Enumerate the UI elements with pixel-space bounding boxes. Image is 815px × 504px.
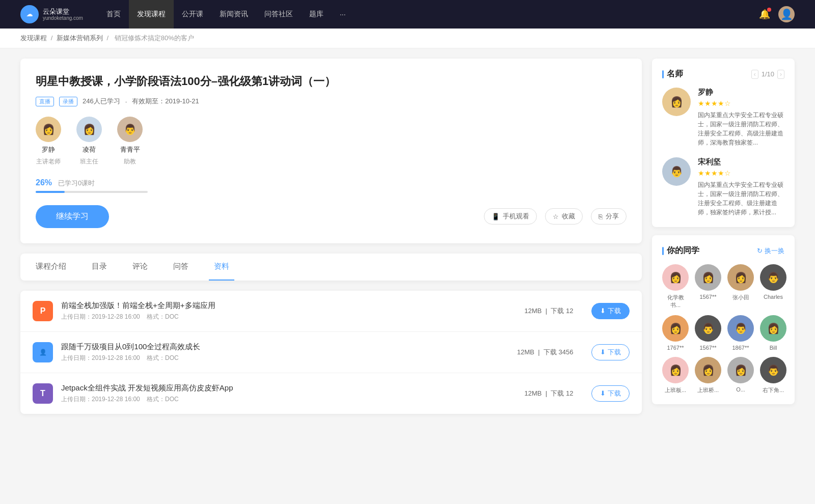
student-name-8: Bill (770, 345, 777, 351)
refresh-label: 换一换 (765, 246, 784, 256)
student-name-11: O... (736, 386, 745, 393)
student-10: 👩 上班桥... (695, 357, 721, 394)
teacher-page: 1/10 (762, 70, 774, 78)
resource-name-1: 前端全栈加强版！前端全栈+全周期+多端应用 (61, 301, 517, 311)
continue-button[interactable]: 继续学习 (36, 205, 109, 228)
resource-icon-2: 👤 (33, 342, 53, 362)
student-name-7: 1867** (732, 345, 749, 351)
breadcrumb-sep-1: / (51, 34, 55, 42)
mobile-watch-button[interactable]: 📱 手机观看 (484, 208, 537, 225)
nav-quiz[interactable]: 题库 (301, 0, 332, 29)
next-teacher-btn[interactable]: › (777, 70, 784, 79)
teacher-2: 👩 凌荷 班主任 (76, 117, 102, 166)
sidebar-teacher-info-2: 宋利坚 ★★★★☆ 国内某重点大学安全工程专业硕士，国家一级注册消防工程师、注册… (698, 157, 784, 217)
student-avatar-2: 👩 (695, 264, 721, 291)
nav-discover[interactable]: 发现课程 (129, 0, 174, 29)
student-avatar-5: 👩 (662, 315, 689, 342)
breadcrumb-sep-2: / (106, 34, 110, 42)
mobile-icon: 📱 (492, 213, 500, 220)
downloads-1: 下载 12 (551, 307, 573, 315)
nav-home[interactable]: 首页 (98, 0, 129, 29)
downloads-2: 下载 3456 (544, 348, 574, 356)
breadcrumb: 发现课程 / 新媒体营销系列 / 销冠修炼术搞定80%的客户 (0, 29, 815, 48)
teacher-1: 👩 罗静 主讲老师 (36, 117, 61, 166)
student-3: 👩 张小田 (727, 264, 754, 309)
downloads-3: 下载 12 (551, 389, 573, 397)
teachers-panel: 名师 ‹ 1/10 › 👩 罗静 ★★★★☆ 国内某重点大学安全工程专业硕士 (652, 59, 795, 227)
sidebar-teacher-1: 👩 罗静 ★★★★☆ 国内某重点大学安全工程专业硕士，国家一级注册消防工程师、注… (662, 88, 784, 147)
teacher-name-1: 罗静 (42, 145, 55, 154)
resource-meta-1: 上传日期：2019-12-28 16:00 格式：DOC (61, 313, 517, 321)
user-avatar[interactable]: 👤 (778, 6, 795, 22)
resource-info-2: 跟随千万级项目从0到100全过程高效成长 上传日期：2019-12-28 16:… (61, 342, 509, 362)
student-avatar-7: 👨 (727, 315, 754, 342)
tab-intro[interactable]: 课程介绍 (31, 254, 71, 281)
refresh-icon: ↻ (757, 247, 763, 255)
share-label: 分享 (606, 212, 619, 221)
resource-icon-3: T (33, 383, 53, 404)
sidebar-teacher-desc-1: 国内某重点大学安全工程专业硕士，国家一级注册消防工程师、注册安全工程师、高级注册… (698, 110, 784, 147)
teacher-3: 👨 青青平 助教 (117, 117, 143, 166)
teacher-avatar-2: 👩 (76, 117, 102, 142)
navbar: ☁ 云朵课堂 yundoketang.com 首页 发现课程 公开课 新闻资讯 … (0, 0, 815, 29)
tab-catalog[interactable]: 目录 (87, 254, 112, 281)
breadcrumb-current: 销冠修炼术搞定80%的客户 (115, 34, 194, 42)
student-avatar-4: 👨 (760, 264, 786, 291)
tab-qa[interactable]: 问答 (168, 254, 194, 281)
student-9: 👩 上班板... (662, 357, 689, 394)
share-icon: ⎘ (599, 213, 603, 220)
student-8: 👩 Bill (760, 315, 786, 351)
logo-sub: yundoketang.com (43, 15, 83, 21)
student-2: 👩 1567** (695, 264, 721, 309)
prev-teacher-btn[interactable]: ‹ (751, 70, 758, 79)
format-1: 格式：DOC (147, 313, 179, 320)
nav-more[interactable]: ··· (332, 0, 354, 29)
resource-meta-2: 上传日期：2019-12-28 16:00 格式：DOC (61, 354, 509, 362)
student-name-10: 上班桥... (697, 386, 719, 394)
refresh-button[interactable]: ↻ 换一换 (757, 246, 784, 256)
student-avatar-1: 👩 (662, 264, 689, 291)
size-2: 12MB (517, 348, 534, 356)
nav-qa[interactable]: 问答社区 (256, 0, 301, 29)
tab-comments[interactable]: 评论 (127, 254, 153, 281)
student-6: 👨 1567** (695, 315, 721, 351)
main-content: 明星中教授课，小学阶段语法100分–强化级第1讲动词（一） 直播 录播 246人… (20, 59, 642, 414)
download-btn-2[interactable]: ⬇ 下载 (591, 344, 630, 360)
course-title: 明星中教授课，小学阶段语法100分–强化级第1讲动词（一） (36, 74, 627, 90)
download-btn-3[interactable]: ⬇ 下载 (591, 385, 630, 402)
nav-right: 🔔 👤 (759, 6, 795, 22)
student-avatar-3: 👩 (727, 264, 754, 291)
students-grid: 👩 化学教书... 👩 1567** 👩 张小田 👨 Charles 👩 (662, 264, 784, 394)
separator: · (125, 98, 127, 105)
size-3: 12MB (525, 389, 542, 397)
resource-stats-3: 12MB | 下载 12 (525, 389, 574, 398)
sidebar-teacher-stars-1: ★★★★☆ (698, 99, 784, 107)
resource-item-1: P 前端全栈加强版！前端全栈+全周期+多端应用 上传日期：2019-12-28 … (20, 291, 642, 332)
student-count: 246人已学习 (83, 97, 120, 106)
logo[interactable]: ☁ 云朵课堂 yundoketang.com (20, 5, 83, 23)
bell-button[interactable]: 🔔 (759, 9, 770, 20)
teacher-avatar-3: 👨 (117, 117, 143, 142)
download-btn-1[interactable]: ⬇ 下载 (591, 303, 630, 319)
resources-list: P 前端全栈加强版！前端全栈+全周期+多端应用 上传日期：2019-12-28 … (20, 291, 642, 414)
valid-until: 有效期至：2019-10-21 (132, 97, 199, 106)
student-name-6: 1567** (699, 345, 716, 351)
teachers-panel-title: 名师 (662, 69, 683, 79)
student-avatar-8: 👩 (760, 315, 786, 342)
collect-button[interactable]: ☆ 收藏 (545, 208, 583, 225)
teacher-name-2: 凌荷 (83, 145, 96, 154)
progress-bar-bg (36, 191, 148, 193)
breadcrumb-link-2[interactable]: 新媒体营销系列 (57, 34, 103, 42)
resource-stats-2: 12MB | 下载 3456 (517, 348, 573, 357)
resource-name-3: Jetpack全组件实战 开发短视频应用高仿皮皮虾App (61, 383, 517, 393)
student-name-1: 化学教书... (662, 294, 689, 309)
size-1: 12MB (525, 307, 542, 315)
nav-open[interactable]: 公开课 (174, 0, 211, 29)
tab-resources[interactable]: 资料 (209, 254, 234, 281)
teacher-face-2: 👩 (76, 117, 102, 142)
upload-date-1: 上传日期：2019-12-28 16:00 (61, 313, 140, 320)
breadcrumb-link-1[interactable]: 发现课程 (20, 34, 47, 42)
nav-news[interactable]: 新闻资讯 (211, 0, 256, 29)
sidebar-teacher-stars-2: ★★★★☆ (698, 169, 784, 177)
share-button[interactable]: ⎘ 分享 (591, 208, 627, 225)
